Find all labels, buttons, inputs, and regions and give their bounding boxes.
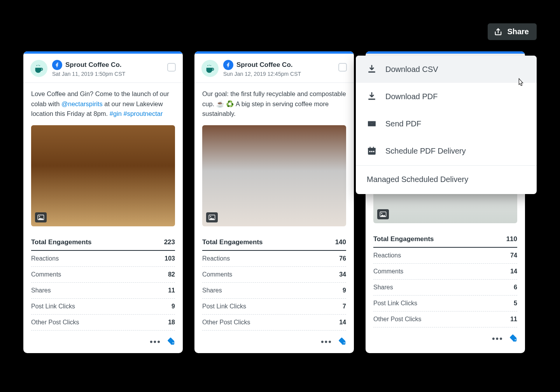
metric-value: 11 — [510, 316, 517, 323]
svg-rect-13 — [368, 148, 376, 149]
metric-value: 18 — [168, 319, 175, 326]
metric-value: 11 — [168, 287, 175, 294]
metric-value: 9 — [343, 287, 346, 294]
select-checkbox[interactable] — [338, 63, 347, 72]
facebook-icon — [223, 60, 233, 70]
metric-row: Other Post Clicks18 — [31, 315, 175, 331]
menu-item-managed-delivery[interactable]: Managed Scheduled Delivery — [356, 166, 537, 192]
metric-label: Total Engagements — [31, 238, 92, 246]
menu-item-download-pdf[interactable]: Download PDF — [356, 83, 537, 110]
metric-value: 9 — [172, 303, 175, 310]
tag-icon[interactable] — [338, 337, 346, 347]
share-button[interactable]: Share — [488, 23, 537, 40]
svg-point-6 — [209, 65, 210, 66]
metric-label: Other Post Clicks — [373, 316, 422, 323]
svg-point-4 — [39, 216, 40, 217]
svg-point-9 — [210, 216, 211, 217]
metric-row: Reactions76 — [202, 251, 346, 267]
brand-avatar — [30, 60, 47, 77]
card-footer: ••• — [366, 330, 525, 350]
metric-value: 6 — [514, 284, 517, 291]
svg-rect-14 — [370, 147, 371, 149]
metric-row: Other Post Clicks11 — [373, 312, 517, 327]
metric-label: Reactions — [373, 252, 401, 259]
hashtag-link[interactable]: #gin #sproutnectar — [110, 110, 163, 117]
metric-value: 82 — [168, 271, 175, 278]
more-menu-icon[interactable]: ••• — [492, 334, 503, 343]
post-timestamp: Sat Jan 11, 2019 1:50pm CST — [52, 71, 125, 77]
envelope-icon — [367, 119, 377, 129]
mention-link[interactable]: @nectarspirits — [61, 100, 103, 107]
card-footer: ••• — [194, 333, 354, 353]
metric-row: Reactions103 — [31, 251, 175, 267]
menu-item-label: Send PDF — [385, 119, 421, 128]
metric-label: Shares — [373, 284, 393, 291]
share-label: Share — [507, 27, 529, 36]
metric-row: Shares6 — [373, 280, 517, 296]
metric-value: 7 — [343, 303, 346, 310]
metric-label: Comments — [202, 271, 232, 278]
tag-icon[interactable] — [166, 337, 175, 347]
metric-label: Total Engagements — [373, 235, 434, 243]
metric-value: 14 — [339, 319, 346, 326]
company-name: Sprout Coffee Co. — [236, 61, 293, 69]
menu-item-schedule-pdf[interactable]: Schedule PDF Delivery — [356, 137, 537, 164]
metric-label: Other Post Clicks — [31, 319, 79, 326]
metric-label: Comments — [31, 271, 61, 278]
menu-item-label: Schedule PDF Delivery — [385, 147, 466, 156]
more-menu-icon[interactable]: ••• — [150, 338, 161, 346]
download-icon — [367, 91, 377, 102]
svg-point-1 — [38, 65, 38, 66]
post-body: Our goal: the first fully recyclable and… — [194, 83, 354, 122]
post-card: Sprout Coffee Co. Sat Jan 11, 2019 1:50p… — [23, 51, 183, 353]
svg-rect-18 — [373, 151, 374, 152]
metric-label: Post Link Clicks — [31, 303, 75, 310]
brand-avatar — [201, 60, 219, 77]
metric-label: Total Engagements — [202, 238, 263, 246]
metric-total-row: Total Engagements 223 — [31, 234, 175, 251]
metric-label: Shares — [31, 287, 51, 294]
metric-label: Reactions — [202, 255, 230, 262]
metric-value: 34 — [339, 271, 346, 278]
svg-point-11 — [381, 213, 382, 214]
metric-row: Comments34 — [202, 267, 346, 283]
more-menu-icon[interactable]: ••• — [321, 338, 332, 346]
company-name: Sprout Coffee Co. — [65, 61, 122, 69]
select-checkbox[interactable] — [167, 63, 176, 72]
menu-item-label: Managed Scheduled Delivery — [367, 175, 468, 184]
metric-row: Other Post Clicks14 — [202, 315, 346, 331]
coffee-cup-icon — [33, 63, 45, 74]
metric-value: 76 — [339, 255, 346, 262]
post-body: Love Coffee and Gin? Come to the launch … — [23, 83, 183, 122]
menu-item-label: Download CSV — [385, 65, 438, 74]
card-footer: ••• — [23, 333, 183, 353]
image-type-icon — [35, 212, 47, 222]
facebook-icon — [52, 60, 62, 70]
share-icon — [494, 28, 502, 36]
tag-icon[interactable] — [509, 334, 517, 344]
svg-rect-15 — [373, 147, 374, 149]
image-type-icon — [377, 209, 389, 219]
card-accent — [366, 51, 525, 54]
download-icon — [367, 64, 377, 74]
card-header: Sprout Coffee Co. Sat Jan 11, 2019 1:50p… — [23, 54, 183, 83]
metrics-table: Total Engagements 223 Reactions103 Comme… — [23, 226, 183, 333]
menu-item-download-csv[interactable]: Download CSV — [356, 56, 537, 83]
image-placeholder — [31, 125, 175, 226]
post-image[interactable] — [202, 125, 346, 226]
metric-value: 74 — [510, 252, 517, 259]
menu-item-label: Download PDF — [385, 92, 438, 101]
metric-value: 223 — [164, 238, 175, 246]
post-image[interactable] — [31, 125, 175, 226]
menu-separator — [356, 165, 537, 166]
metric-row: Shares11 — [31, 283, 175, 299]
metric-label: Shares — [202, 287, 222, 294]
metric-label: Post Link Clicks — [373, 300, 417, 307]
metrics-table: Total Engagements 140 Reactions76 Commen… — [194, 226, 354, 333]
menu-item-send-pdf[interactable]: Send PDF — [356, 110, 537, 137]
cursor-pointer-icon — [516, 78, 525, 89]
metric-value: 5 — [514, 300, 517, 307]
share-dropdown: Download CSV Download PDF Send PDF Sched… — [356, 56, 537, 194]
metric-value: 140 — [335, 238, 346, 246]
metric-row: Post Link Clicks7 — [202, 299, 346, 315]
